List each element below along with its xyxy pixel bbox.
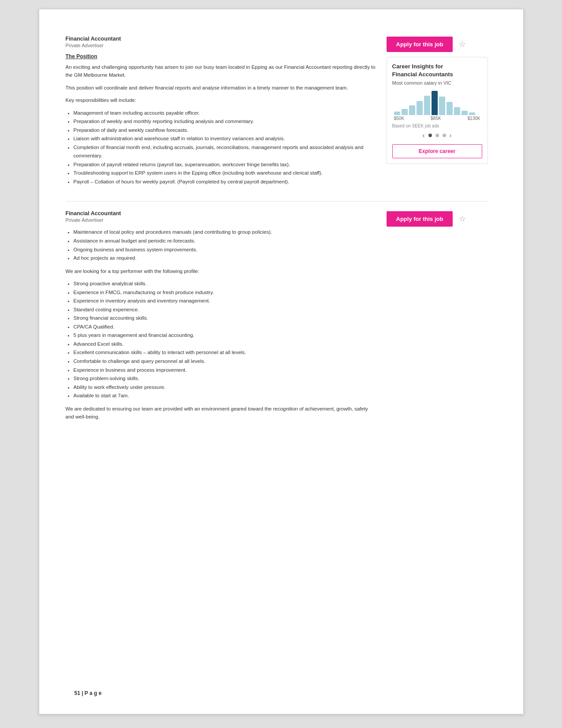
second-star-button[interactable]: ☆ <box>456 210 469 227</box>
intro-text-1: An exciting and challenging opportunity … <box>66 63 378 79</box>
salary-mid: $85K <box>431 116 441 121</box>
first-advertiser: Private Advertiser <box>66 43 378 48</box>
salary-bar <box>409 105 415 115</box>
carousel-nav: ‹ › <box>392 132 482 139</box>
list-item: Excellent communication skills – ability… <box>74 348 378 357</box>
list-item: Experience in inventory analysis and inv… <box>74 297 378 306</box>
salary-high: $130K <box>468 116 480 121</box>
list-item: Standard costing experience. <box>74 306 378 314</box>
responsibilities-list: Management of team including accounts pa… <box>66 109 378 187</box>
insights-title: Career Insights for Financial Accountant… <box>392 63 482 78</box>
first-sidebar: Apply for this job ☆ Career Insights for… <box>387 36 488 190</box>
page-container: Financial Accountant Private Advertiser … <box>39 9 524 714</box>
explore-career-button[interactable]: Explore career <box>392 144 482 158</box>
first-apply-row: Apply for this job ☆ <box>387 36 488 52</box>
salary-labels: $50K $85K $130K <box>392 116 482 121</box>
second-main-content: Financial Accountant Private Advertiser … <box>66 210 378 425</box>
list-item: Preparation of weekly and monthly report… <box>74 117 378 126</box>
salary-bar <box>417 101 423 115</box>
position-heading: The Position <box>66 53 378 60</box>
second-sidebar: Apply for this job ☆ <box>387 210 488 425</box>
salary-low: $50K <box>394 116 404 121</box>
second-apply-row: Apply for this job ☆ <box>387 210 488 227</box>
insights-card: Career Insights for Financial Accountant… <box>387 57 488 164</box>
first-main-content: Financial Accountant Private Advertiser … <box>66 36 378 190</box>
first-job-title: Financial Accountant <box>66 36 378 42</box>
carousel-next[interactable]: › <box>450 132 452 139</box>
list-item: Strong financial accounting skills. <box>74 314 378 323</box>
list-item: Strong proactive analytical skills. <box>74 280 378 288</box>
salary-bar <box>454 107 460 115</box>
first-section: Financial Accountant Private Advertiser … <box>66 36 488 190</box>
salary-bar <box>402 109 408 115</box>
list-item: Experience in FMCG, manufacturing or fre… <box>74 288 378 297</box>
list-item: Experience in business and process impro… <box>74 366 378 375</box>
carousel-dot-2 <box>435 134 439 137</box>
insights-subtitle: Most common salary in VIC <box>392 80 482 86</box>
list-item: Preparation of payroll related returns (… <box>74 161 378 169</box>
salary-bar <box>439 97 445 115</box>
first-star-button[interactable]: ☆ <box>456 36 469 52</box>
list-item: Completion of financial month end, inclu… <box>74 143 378 161</box>
list-item: Maintenance of local policy and procedur… <box>74 228 378 237</box>
second-apply-button[interactable]: Apply for this job <box>387 211 453 227</box>
key-resp-label: Key responsibilities will include: <box>66 96 378 104</box>
second-advertiser: Private Advertiser <box>66 217 378 223</box>
salary-bar <box>447 102 453 115</box>
carousel-prev[interactable]: ‹ <box>423 132 425 139</box>
list-item: Liaison with administration and warehous… <box>74 134 378 143</box>
list-item: Troubleshooting support to ERP system us… <box>74 169 378 178</box>
page-number: 51 | P a g e <box>74 690 102 696</box>
carousel-dot-3 <box>443 134 446 137</box>
second-job-title: Financial Accountant <box>66 210 378 217</box>
list-item: Strong problem-solving skills. <box>74 374 378 383</box>
list-item: Ability to work effectively under pressu… <box>74 383 378 392</box>
section-divider <box>66 201 488 202</box>
closing-text: We are dedicated to ensuring our team ar… <box>66 405 378 421</box>
salary-bar <box>424 96 430 115</box>
list-item: Comfortable to challenge and query perso… <box>74 357 378 366</box>
first-apply-button[interactable]: Apply for this job <box>387 37 453 52</box>
salary-chart <box>394 91 480 115</box>
list-item: Payroll – Collation of hours for weekly … <box>74 178 378 187</box>
list-item: Assistance in annual budget and periodic… <box>74 237 378 246</box>
profile-text: We are looking for a top performer with … <box>66 267 378 275</box>
profile-list: Strong proactive analytical skills. Expe… <box>66 280 378 400</box>
list-item: Preparation of daily and weekly cashflow… <box>74 126 378 135</box>
based-on: Based on SEEK job ads <box>392 123 482 128</box>
list-item: 5 plus years in management and financial… <box>74 331 378 340</box>
second-section: Financial Accountant Private Advertiser … <box>66 210 488 425</box>
salary-bar <box>432 91 438 115</box>
list-item: Ongoing business and business system imp… <box>74 246 378 254</box>
salary-bar <box>394 112 400 115</box>
salary-bar <box>469 112 475 115</box>
salary-bar <box>462 111 468 115</box>
continued-list: Maintenance of local policy and procedur… <box>66 228 378 262</box>
list-item: Ad hoc projects as required. <box>74 254 378 263</box>
carousel-dot-1 <box>428 134 432 137</box>
intro-text-2: This position will coordinate and delive… <box>66 84 378 92</box>
list-item: Available to start at 7am. <box>74 392 378 400</box>
list-item: Management of team including accounts pa… <box>74 109 378 118</box>
list-item: Advanced Excel skills. <box>74 340 378 349</box>
list-item: CPA/CA Qualified. <box>74 323 378 332</box>
